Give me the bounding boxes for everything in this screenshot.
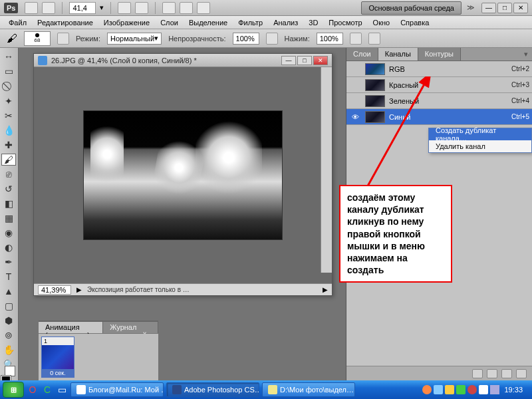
maximize-button[interactable]: □	[497, 3, 512, 13]
move-tool[interactable]: ↔	[1, 51, 16, 63]
tab-paths[interactable]: Контуры	[418, 48, 461, 61]
crop-tool[interactable]: ✂	[1, 110, 16, 122]
menu-view[interactable]: Просмотр	[324, 17, 366, 28]
blend-mode-select[interactable]: Нормальный▾	[107, 33, 162, 45]
delete-channel-icon[interactable]	[516, 369, 527, 378]
airbrush-icon[interactable]	[350, 33, 362, 45]
menu-3d[interactable]: 3D	[304, 17, 323, 28]
marquee-tool[interactable]: ▭	[1, 65, 16, 77]
tablet-pressure-icon[interactable]	[368, 33, 380, 45]
tab-measurement-log[interactable]: Журнал измерений	[103, 322, 158, 333]
tray-icon[interactable]	[479, 385, 488, 394]
channel-red[interactable]: Красный Ctrl+3	[346, 77, 532, 93]
menu-file[interactable]: Файл	[4, 17, 31, 28]
doc-zoom-field[interactable]: 41,39%	[38, 285, 71, 295]
ctx-duplicate-channel[interactable]: Создать дубликат канала…	[429, 128, 531, 140]
channel-green[interactable]: Зеленый Ctrl+4	[346, 93, 532, 109]
hand-tool[interactable]: ✋	[1, 344, 16, 356]
document-canvas[interactable]	[34, 67, 332, 283]
dropdown-icon[interactable]: ▾	[100, 3, 104, 12]
tray-icon[interactable]	[445, 385, 454, 394]
doc-maximize-button[interactable]: □	[297, 56, 312, 65]
start-button[interactable]: ⊞	[3, 382, 24, 398]
quicklaunch-desktop-icon[interactable]: ▭	[56, 384, 68, 396]
brush-tool[interactable]: 🖌	[1, 154, 16, 166]
opacity-field[interactable]: 100%	[233, 33, 259, 45]
brush-tool-preset-icon[interactable]: 🖌	[7, 33, 17, 45]
view-extras-icon[interactable]	[42, 2, 55, 14]
load-selection-icon[interactable]	[472, 369, 483, 378]
menu-window[interactable]: Окно	[368, 17, 395, 28]
hand-tool-icon[interactable]	[118, 2, 131, 14]
gradient-tool[interactable]: ▦	[1, 212, 16, 224]
visibility-icon[interactable]	[349, 63, 361, 75]
document-titlebar[interactable]: 26.JPG @ 41,4% (Слой 0 копия, Синий/8) *…	[34, 54, 332, 67]
screen-mode-icon[interactable]	[197, 2, 210, 14]
workspace-switcher[interactable]: Основная рабочая среда	[361, 1, 462, 15]
minimize-button[interactable]: —	[481, 3, 496, 13]
channel-blue[interactable]: 👁 Синий Ctrl+5	[346, 109, 532, 125]
lasso-tool[interactable]: ⃠	[1, 80, 16, 92]
task-photoshop[interactable]: Adobe Photoshop CS…	[166, 382, 259, 397]
zoom-tool-icon[interactable]	[135, 2, 148, 14]
tab-channels[interactable]: Каналы	[378, 48, 418, 61]
quicklaunch-chrome-icon[interactable]: C	[41, 384, 53, 396]
eyedropper-tool[interactable]: 💧	[1, 124, 16, 136]
brush-panel-icon[interactable]	[57, 33, 69, 45]
new-channel-icon[interactable]	[501, 369, 512, 378]
close-button[interactable]: ✕	[513, 3, 528, 13]
quick-select-tool[interactable]: ✦	[1, 95, 16, 107]
path-select-tool[interactable]: ▲	[1, 285, 16, 297]
visibility-icon[interactable]: 👁	[349, 111, 361, 123]
doc-minimize-button[interactable]: —	[281, 56, 296, 65]
panel-menu-icon[interactable]: ▾	[520, 48, 532, 61]
channel-rgb[interactable]: RGB Ctrl+2	[346, 61, 532, 77]
type-tool[interactable]: T	[1, 271, 16, 283]
doc-close-button[interactable]: ✕	[313, 56, 328, 65]
menu-select[interactable]: Выделение	[184, 17, 232, 28]
brush-preview[interactable]: 68	[24, 31, 51, 46]
tray-icon[interactable]	[434, 385, 443, 394]
frame-delay[interactable]: 0 сек.	[42, 369, 74, 377]
save-selection-icon[interactable]	[487, 369, 497, 378]
menu-analysis[interactable]: Анализ	[269, 17, 303, 28]
document-title: 26.JPG @ 41,4% (Слой 0 копия, Синий/8) *	[51, 57, 281, 65]
taskbar-clock[interactable]: 19:33	[501, 386, 525, 394]
visibility-icon[interactable]	[349, 79, 361, 91]
tab-animation[interactable]: Анимация (покадровая)	[39, 322, 103, 333]
dodge-tool[interactable]: ◐	[1, 241, 16, 253]
tray-icon[interactable]	[456, 385, 466, 394]
tray-icon[interactable]	[467, 385, 477, 394]
menu-help[interactable]: Справка	[396, 17, 434, 28]
tab-layers[interactable]: Слои	[346, 48, 378, 61]
history-brush-tool[interactable]: ↺	[1, 183, 16, 195]
blur-tool[interactable]: ◉	[1, 227, 16, 239]
3d-camera-tool[interactable]: ⊚	[1, 329, 16, 341]
menu-edit[interactable]: Редактирование	[33, 17, 98, 28]
arrange-docs-icon[interactable]	[180, 2, 193, 14]
task-explorer[interactable]: D:\Мои фото\выдел…	[262, 382, 355, 397]
healing-tool[interactable]: ✚	[1, 139, 16, 151]
pen-tool[interactable]: ✒	[1, 256, 16, 268]
volume-icon[interactable]	[490, 385, 499, 394]
rotate-view-icon[interactable]	[162, 2, 176, 14]
animation-frame[interactable]: 1 0 сек.	[41, 336, 74, 378]
channel-context-menu: Создать дубликат канала… Удалить канал	[428, 128, 532, 153]
quicklaunch-opera-icon[interactable]: O	[27, 384, 39, 396]
expand-icon[interactable]: ≫	[467, 3, 475, 12]
visibility-icon[interactable]	[349, 95, 361, 107]
opacity-pressure-icon[interactable]	[266, 33, 278, 45]
channel-shortcut: Ctrl+3	[511, 81, 529, 88]
3d-tool[interactable]: ⬢	[1, 315, 16, 327]
flow-field[interactable]: 100%	[317, 33, 343, 45]
menu-filter[interactable]: Фильтр	[233, 17, 267, 28]
tray-icon[interactable]	[422, 385, 432, 394]
bridge-icon[interactable]	[25, 2, 38, 14]
stamp-tool[interactable]: ⎚	[1, 168, 16, 180]
eraser-tool[interactable]: ◧	[1, 198, 16, 209]
menu-image[interactable]: Изображение	[99, 17, 154, 28]
task-browser[interactable]: Блоги@Mail.Ru: Мой …	[70, 382, 164, 397]
zoom-level-field[interactable]: 41,4	[69, 2, 96, 14]
menu-layer[interactable]: Слои	[156, 17, 183, 28]
shape-tool[interactable]: ▢	[1, 300, 16, 312]
